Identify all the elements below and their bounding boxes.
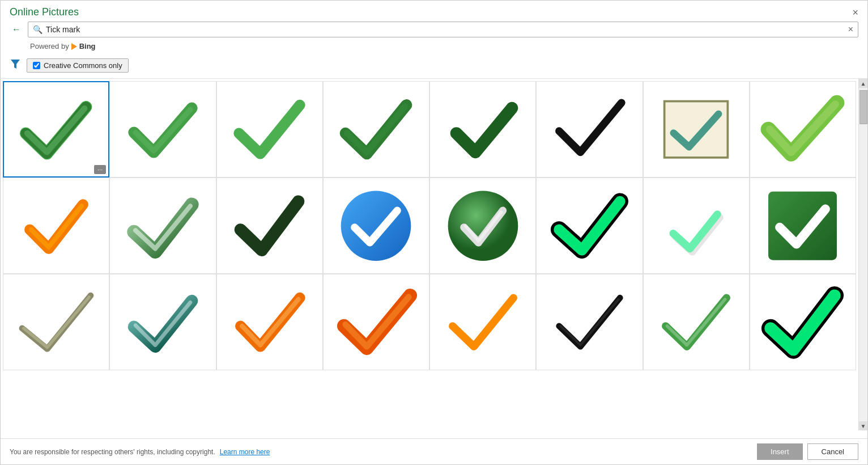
search-box: 🔍 × (28, 22, 858, 37)
image-cell-20[interactable] (323, 274, 429, 370)
scrollbar-track: ▲ ▼ (858, 79, 867, 430)
image-ellipsis-badge: ··· (94, 165, 106, 174)
close-button[interactable]: × (852, 7, 858, 18)
image-cell-8[interactable] (750, 81, 856, 177)
image-cell-17[interactable] (3, 274, 109, 370)
cancel-button[interactable]: Cancel (807, 443, 858, 460)
bing-play-icon (71, 43, 77, 50)
image-cell-1[interactable]: ··· (3, 81, 109, 177)
scrollbar-down-button[interactable]: ▼ (859, 421, 868, 430)
image-cell-13[interactable] (429, 177, 536, 274)
dialog-title: Online Pictures (10, 6, 79, 18)
image-cell-4[interactable] (323, 81, 429, 177)
image-grid: ··· (1, 79, 858, 430)
image-cell-22[interactable] (536, 274, 643, 370)
image-cell-10[interactable] (109, 177, 216, 274)
grid-container: ··· (1, 79, 867, 430)
scrollbar-thumb[interactable] (860, 90, 867, 124)
search-icon: 🔍 (33, 25, 42, 34)
scrollbar-thumb-area (859, 88, 867, 421)
image-cell-16[interactable] (750, 177, 856, 274)
image-cell-18[interactable] (109, 274, 216, 370)
image-cell-7[interactable] (643, 81, 750, 177)
filter-bar: Creative Commons only (1, 55, 867, 79)
cc-checkbox-input[interactable] (33, 62, 40, 69)
svg-rect-1 (665, 101, 728, 157)
image-cell-2[interactable] (109, 81, 216, 177)
footer-link[interactable]: Learn more here (220, 448, 270, 456)
insert-button[interactable]: Insert (757, 443, 803, 460)
bing-logo: Bing (71, 42, 96, 50)
scrollbar-up-button[interactable]: ▲ (859, 79, 868, 88)
image-cell-23[interactable] (643, 274, 750, 370)
image-cell-15[interactable] (643, 177, 750, 274)
search-input[interactable] (46, 25, 845, 34)
powered-by-area: Powered by Bing (1, 40, 867, 55)
image-cell-9[interactable] (3, 177, 109, 274)
image-cell-24[interactable] (750, 274, 856, 370)
image-cell-5[interactable] (429, 81, 536, 177)
image-cell-11[interactable] (216, 177, 323, 274)
footer-text: You are responsible for respecting other… (10, 448, 215, 456)
back-button[interactable]: ← (10, 23, 23, 36)
powered-by-label: Powered by (30, 42, 69, 50)
filter-icon-button[interactable] (10, 58, 21, 73)
search-area: ← 🔍 × (1, 22, 867, 40)
bing-label: Bing (79, 42, 96, 50)
cc-label: Creative Commons only (44, 61, 122, 70)
funnel-icon (10, 58, 21, 70)
search-clear-button[interactable]: × (848, 24, 853, 35)
image-cell-14[interactable] (536, 177, 643, 274)
image-cell-3[interactable] (216, 81, 323, 177)
title-bar: Online Pictures × (1, 1, 867, 22)
footer: You are responsible for respecting other… (1, 438, 867, 464)
footer-buttons: Insert Cancel (757, 443, 858, 460)
image-cell-6[interactable] (536, 81, 643, 177)
image-cell-19[interactable] (216, 274, 323, 370)
image-cell-21[interactable] (429, 274, 536, 370)
svg-point-3 (448, 191, 518, 261)
svg-marker-0 (11, 60, 20, 69)
creative-commons-checkbox[interactable]: Creative Commons only (27, 58, 129, 73)
image-cell-12[interactable] (323, 177, 429, 274)
